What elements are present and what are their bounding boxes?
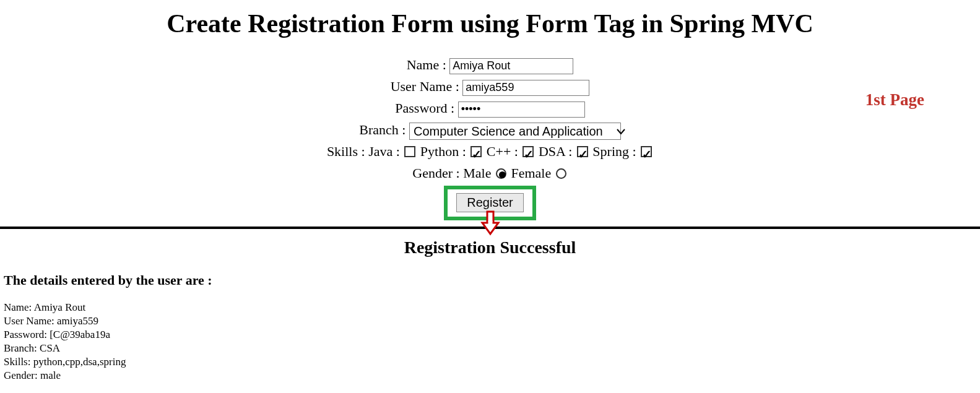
gender-radio[interactable]: [556, 168, 566, 179]
detail-line: User Name: amiya559: [4, 314, 980, 328]
skill-checkbox[interactable]: [523, 146, 534, 157]
gender-option-label: Female: [508, 165, 555, 181]
details-heading: The details entered by the user are :: [4, 272, 980, 288]
skill-checkbox[interactable]: [641, 146, 652, 157]
password-input[interactable]: [458, 101, 585, 118]
page1-annotation: 1st Page: [865, 90, 924, 110]
skill-checkbox[interactable]: [577, 146, 588, 157]
skills-label: Skills :: [327, 144, 365, 159]
registration-form: Name : User Name : Password : Branch : C…: [0, 54, 980, 220]
gender-row: Gender : Male Female: [0, 163, 980, 184]
username-input[interactable]: [462, 80, 589, 96]
gender-radio[interactable]: [496, 168, 506, 179]
register-button[interactable]: Register: [456, 193, 523, 212]
username-label: User Name :: [391, 79, 459, 94]
name-input[interactable]: [449, 58, 573, 74]
skill-label: Java :: [368, 144, 403, 159]
password-label: Password :: [395, 100, 454, 116]
branch-select[interactable]: Computer Science and Application: [409, 123, 621, 140]
arrow-down-icon: [480, 210, 501, 239]
skill-checkbox[interactable]: [470, 146, 482, 157]
detail-line: Gender: male: [4, 369, 980, 382]
skill-label: Python :: [417, 144, 469, 159]
page2-title: Registration Successful: [0, 238, 980, 257]
branch-label: Branch :: [359, 122, 405, 137]
gender-option-label: Male: [463, 165, 495, 181]
detail-line: Branch: CSA: [4, 342, 980, 355]
details-list: Name: Amiya RoutUser Name: amiya559Passw…: [4, 301, 980, 382]
svg-rect-1: [488, 221, 492, 224]
detail-line: Password: [C@39aba19a: [4, 328, 980, 342]
name-label: Name :: [407, 57, 446, 72]
gender-label: Gender :: [412, 165, 459, 181]
branch-selected-value: Computer Science and Application: [414, 124, 617, 138]
skill-label: C++ :: [483, 144, 521, 159]
skills-row: Skills : Java : Python : C++ : DSA : Spr…: [0, 141, 980, 162]
detail-line: Skills: python,cpp,dsa,spring: [4, 355, 980, 369]
skill-label: DSA :: [535, 144, 575, 159]
detail-line: Name: Amiya Rout: [4, 301, 980, 314]
page-title: Create Registration Form using Form Tag …: [0, 9, 980, 38]
skill-checkbox[interactable]: [404, 146, 415, 157]
skill-label: Spring :: [589, 144, 640, 159]
